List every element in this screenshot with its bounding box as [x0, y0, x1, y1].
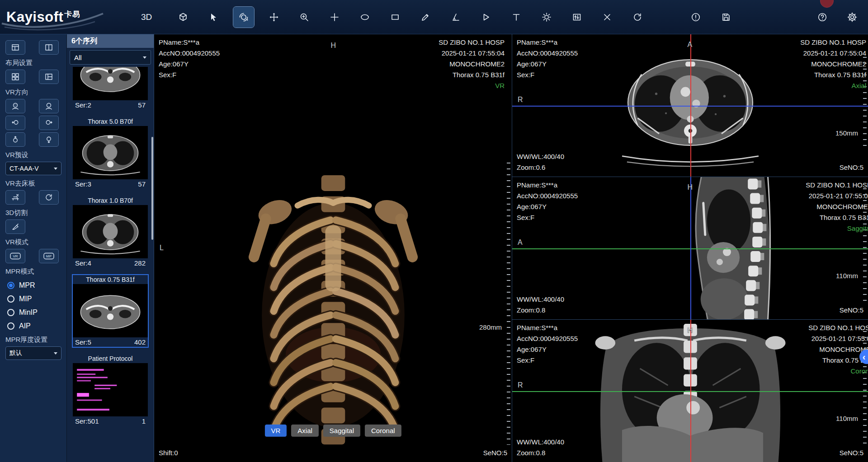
save-icon	[721, 12, 731, 23]
view-button-coronal[interactable]: Coronal	[365, 425, 401, 437]
remove-bed-button[interactable]	[5, 190, 25, 205]
series-image-count: 1	[142, 417, 146, 425]
mpr-mode-option-minip[interactable]: MinIP	[7, 308, 65, 317]
series-item-ser3[interactable]: Thorax 5.0 B70f Ser:357	[72, 116, 149, 190]
vr-front-button[interactable]	[5, 99, 25, 113]
vr-bottom-button[interactable]	[39, 132, 59, 147]
view-button-vr[interactable]: VR	[264, 425, 287, 437]
mpr-mode-option-aip[interactable]: AIP	[7, 322, 65, 330]
tool-crosshair[interactable]	[324, 7, 345, 28]
vr-3d-render	[234, 157, 432, 460]
vr-preset-select[interactable]: CT-AAA-V	[5, 162, 61, 175]
series-scrollbar[interactable]	[151, 137, 153, 239]
rotate-3d-icon	[238, 12, 249, 23]
vr-preset-label: VR预设	[5, 151, 66, 159]
coronal-viewport[interactable]: PName:S***a AccNO:0004920555 Age:067Y Se…	[512, 320, 868, 462]
tool-text[interactable]	[506, 7, 527, 28]
tool-rotate-3d[interactable]	[233, 7, 254, 28]
sagittal-plane-line[interactable]	[690, 34, 691, 177]
photometric: MONOCHROME2	[800, 59, 866, 70]
tool-measure[interactable]	[415, 7, 436, 28]
chevron-down-icon	[143, 56, 146, 59]
orientation-top: H	[688, 326, 693, 334]
series-filter-select[interactable]: All	[70, 50, 151, 65]
layout-grid-button[interactable]	[5, 70, 25, 84]
tool-reset[interactable]	[627, 7, 648, 28]
view-button-saggital[interactable]: Saggital	[323, 425, 360, 437]
settings-button[interactable]	[842, 7, 863, 28]
vr-back-button[interactable]	[39, 99, 59, 113]
series-thumbnail	[73, 67, 148, 100]
vr-left-button[interactable]	[5, 116, 25, 130]
mpr-mode-option-mpr[interactable]: MPR	[7, 281, 65, 289]
patient-info: PName:S***a AccNO:0004920555 Age:067Y Se…	[517, 322, 578, 366]
series-item-ser2[interactable]: Ser:257	[72, 67, 149, 111]
sagittal-viewport[interactable]: PName:S***a AccNO:0004920555 Age:067Y Se…	[512, 177, 868, 320]
layout-window-button[interactable]	[5, 40, 25, 55]
tool-save[interactable]	[716, 7, 736, 28]
tool-window-level[interactable]	[566, 7, 587, 28]
plane-label: Coronal	[808, 366, 868, 377]
radio-aip[interactable]	[7, 322, 14, 330]
tool-cube-3d[interactable]	[173, 7, 193, 28]
orientation-top: H	[688, 183, 693, 191]
tool-rectangle[interactable]	[385, 7, 406, 28]
zoom-label: Zoom:0.6	[517, 162, 564, 173]
series-title: Patient Protocol	[73, 354, 148, 363]
series-item-ser5-selected[interactable]: Thorax 0.75 B31f Ser:5402	[72, 274, 149, 348]
vr-right-button[interactable]	[39, 116, 59, 130]
tool-cobb-angle[interactable]	[476, 7, 496, 28]
bed-reset-button[interactable]	[39, 190, 59, 205]
ww-wl-label: WW/WL:400/40	[517, 151, 564, 162]
series-number: Ser:4	[75, 259, 91, 267]
mpr-mode-option-mip[interactable]: MIP	[7, 295, 65, 303]
head-back-icon	[44, 102, 53, 111]
layout-split-button[interactable]	[39, 70, 59, 84]
mip-badge-icon: MIP	[43, 252, 55, 261]
cube-3d-icon	[178, 12, 189, 23]
series-image-count: 57	[138, 101, 146, 109]
plane-label: Axial	[800, 80, 866, 91]
hospital-name: SD ZIBO NO.1 HOSP	[806, 180, 868, 191]
series-item-ser501[interactable]: Patient Protocol	[72, 353, 149, 427]
scalpel-icon	[11, 222, 20, 231]
sagittal-plane-line[interactable]	[690, 320, 691, 462]
tool-brightness[interactable]	[536, 7, 557, 28]
study-datetime: 2025-01-21 07:55:04	[806, 191, 868, 201]
mpr-thickness-select[interactable]: 默认	[5, 346, 61, 360]
series-description: Thorax 0.75 B31f	[439, 70, 505, 80]
vr-mode-mip-button[interactable]: MIP	[39, 249, 59, 263]
mode-label: 3D	[141, 12, 152, 22]
reset-icon	[44, 193, 53, 202]
vr-viewport[interactable]: PName:S***a AccNO:0004920555 Age:067Y Se…	[154, 34, 512, 462]
patient-age: Age:067Y	[159, 59, 220, 70]
tool-cursor[interactable]	[203, 7, 224, 28]
vr-mode-vr-button[interactable]: VR	[5, 249, 25, 263]
scalpel-button[interactable]	[5, 219, 25, 234]
tool-angle[interactable]	[445, 7, 466, 28]
radio-mip[interactable]	[7, 295, 14, 303]
help-icon	[817, 12, 828, 23]
radio-minip[interactable]	[7, 309, 14, 316]
view-button-axial[interactable]: Axial	[291, 425, 319, 437]
app-logo: Kayisoft卡易	[0, 0, 113, 34]
tool-zoom-in[interactable]	[294, 7, 315, 28]
app-window: Kayisoft卡易 3D	[0, 0, 868, 462]
series-item-ser4[interactable]: Thorax 1.0 B70f Ser:4282	[72, 195, 149, 269]
help-button[interactable]	[812, 7, 833, 28]
patient-accno: AccNO:0004920555	[517, 333, 578, 344]
tool-ellipse[interactable]	[354, 7, 375, 28]
layout-panel-button[interactable]	[39, 40, 59, 55]
tool-delete[interactable]	[597, 7, 618, 28]
patient-age: Age:067Y	[517, 201, 578, 212]
patient-accno: AccNO:0004920555	[159, 48, 220, 59]
tool-alert[interactable]	[685, 7, 706, 28]
vr-mode-label: VR模式	[5, 238, 66, 247]
patient-sex: Sex:F	[517, 355, 578, 366]
tool-pan[interactable]	[264, 7, 284, 28]
coronal-plane-line[interactable]	[690, 177, 691, 319]
axial-viewport[interactable]: PName:S***a AccNO:0004920555 Age:067Y Se…	[512, 34, 868, 177]
radio-mpr[interactable]	[7, 282, 14, 289]
vr-top-button[interactable]	[5, 132, 25, 147]
series-number: Ser:5	[75, 338, 91, 346]
